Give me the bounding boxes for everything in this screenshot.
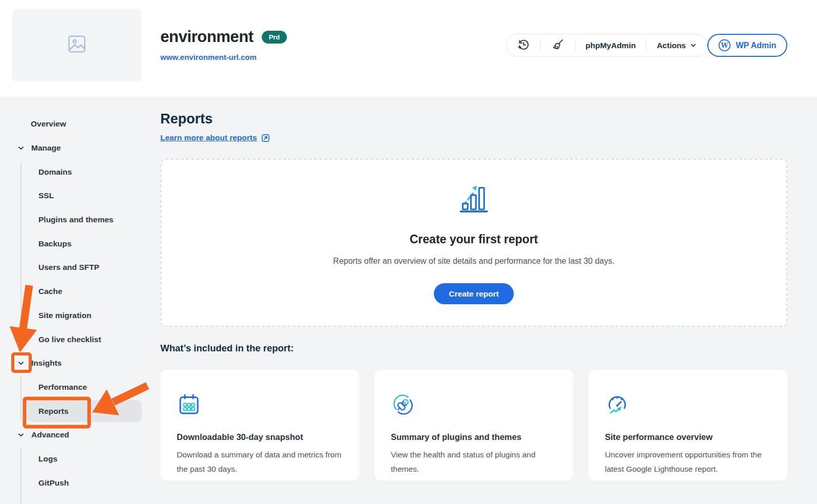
environment-sidebar: Overview Manage Domains SSL Plugins and … bbox=[0, 112, 154, 495]
card-title: Summary of plugins and themes bbox=[391, 432, 557, 442]
card-description: Download a summary of data and metrics f… bbox=[177, 448, 343, 476]
wp-admin-button[interactable]: W WP Admin bbox=[707, 34, 787, 57]
sidebar-item-label: Site migration bbox=[38, 311, 91, 320]
page-title: Reports bbox=[160, 111, 213, 127]
sidebar-item-cache[interactable]: Cache bbox=[0, 280, 154, 304]
sidebar-item-label: Advanced bbox=[31, 430, 69, 439]
sidebar-item-label: Performance bbox=[38, 383, 87, 392]
sidebar-item-label: Reports bbox=[38, 407, 69, 416]
card-downloadable-snapshot: Downloadable 30-day snapshot Download a … bbox=[160, 370, 359, 480]
environment-name: environment bbox=[160, 28, 254, 46]
chevron-down-icon[interactable] bbox=[17, 431, 25, 438]
learn-more-label: Learn more about reports bbox=[160, 133, 257, 142]
plug-sync-icon bbox=[391, 392, 557, 419]
sidebar-item-users-and-sftp[interactable]: Users and SFTP bbox=[0, 256, 154, 280]
environment-header: environment Prd www.environment-url.com bbox=[0, 0, 817, 97]
sidebar-item-backups[interactable]: Backups bbox=[0, 232, 154, 256]
sidebar-item-label: Manage bbox=[31, 143, 61, 153]
broom-icon bbox=[551, 38, 564, 53]
sidebar-item-label: Logs bbox=[38, 454, 57, 464]
external-link-icon bbox=[261, 134, 270, 142]
sidebar-item-label: GitPush bbox=[38, 478, 69, 488]
card-title: Site performance overview bbox=[605, 432, 771, 442]
card-title: Downloadable 30-day snapshot bbox=[177, 432, 343, 442]
learn-more-link[interactable]: Learn more about reports bbox=[160, 133, 270, 142]
card-description: Uncover improvement opportunities from t… bbox=[605, 448, 771, 476]
sidebar-group-manage[interactable]: Manage bbox=[0, 136, 154, 160]
speedometer-icon bbox=[605, 392, 771, 419]
environment-toolbar: phpMyAdmin Actions bbox=[506, 34, 707, 57]
sidebar-item-label: Domains bbox=[38, 167, 72, 177]
restore-history-icon bbox=[517, 38, 530, 53]
actions-label: Actions bbox=[657, 41, 686, 50]
card-site-performance-overview: Site performance overview Uncover improv… bbox=[589, 370, 787, 480]
chevron-down-icon[interactable] bbox=[17, 360, 25, 367]
sidebar-item-go-live-checklist[interactable]: Go live checklist bbox=[0, 327, 154, 351]
sidebar-item-ssl[interactable]: SSL bbox=[0, 184, 154, 208]
environment-url-link[interactable]: www.environment-url.com bbox=[160, 53, 287, 61]
report-feature-cards: Downloadable 30-day snapshot Download a … bbox=[160, 370, 787, 480]
site-thumbnail bbox=[12, 9, 141, 81]
sidebar-item-label: Insights bbox=[31, 359, 61, 368]
sidebar-item-domains[interactable]: Domains bbox=[0, 160, 154, 184]
chevron-down-icon[interactable] bbox=[17, 144, 25, 152]
sidebar-group-advanced[interactable]: Advanced bbox=[0, 423, 154, 447]
sidebar-item-site-migration[interactable]: Site migration bbox=[0, 304, 154, 328]
calendar-icon bbox=[177, 392, 343, 419]
phpmyadmin-button[interactable]: phpMyAdmin bbox=[575, 34, 646, 56]
sidebar-item-reports[interactable]: Reports bbox=[0, 399, 154, 423]
sidebar-item-gitpush[interactable]: GitPush bbox=[0, 471, 154, 495]
included-section-heading: What’s included in the report: bbox=[160, 343, 294, 354]
sidebar-item-performance[interactable]: Performance bbox=[0, 375, 154, 400]
empty-state-heading: Create your first report bbox=[410, 233, 538, 246]
environment-title-block: environment Prd www.environment-url.com bbox=[160, 28, 287, 61]
sidebar-item-label: Go live checklist bbox=[38, 335, 101, 344]
sidebar-item-label: Backups bbox=[38, 239, 72, 248]
environment-badge: Prd bbox=[262, 31, 287, 44]
sidebar-item-logs[interactable]: Logs bbox=[0, 447, 154, 471]
clear-cache-button[interactable] bbox=[541, 34, 575, 56]
image-placeholder-icon bbox=[65, 32, 89, 58]
create-report-button[interactable]: Create report bbox=[434, 283, 513, 304]
wordpress-logo-icon: W bbox=[718, 39, 731, 52]
restore-backup-button[interactable] bbox=[507, 34, 540, 56]
sidebar-group-insights[interactable]: Insights bbox=[0, 351, 154, 375]
sidebar-item-label: SSL bbox=[38, 191, 54, 200]
sidebar-item-label: Cache bbox=[38, 287, 62, 296]
actions-dropdown-button[interactable]: Actions bbox=[646, 34, 707, 56]
sidebar-item-label: Overview bbox=[31, 119, 66, 129]
empty-state-description: Reports offer an overview of site detail… bbox=[333, 257, 614, 266]
bar-chart-growth-icon bbox=[457, 181, 491, 215]
sidebar-item-plugins-and-themes[interactable]: Plugins and themes bbox=[0, 208, 154, 232]
create-report-empty-state: Create your first report Reports offer a… bbox=[160, 159, 787, 327]
sidebar-item-label: Plugins and themes bbox=[38, 215, 113, 224]
chevron-down-icon bbox=[690, 42, 697, 49]
phpmyadmin-label: phpMyAdmin bbox=[585, 41, 636, 50]
svg-text:W: W bbox=[721, 41, 729, 49]
sidebar-item-overview[interactable]: Overview bbox=[0, 112, 154, 136]
sidebar-item-label: Users and SFTP bbox=[38, 263, 99, 272]
card-plugins-themes-summary: Summary of plugins and themes View the h… bbox=[374, 370, 573, 480]
wp-admin-label: WP Admin bbox=[736, 41, 776, 50]
card-description: View the health and status of plugins an… bbox=[391, 448, 557, 476]
